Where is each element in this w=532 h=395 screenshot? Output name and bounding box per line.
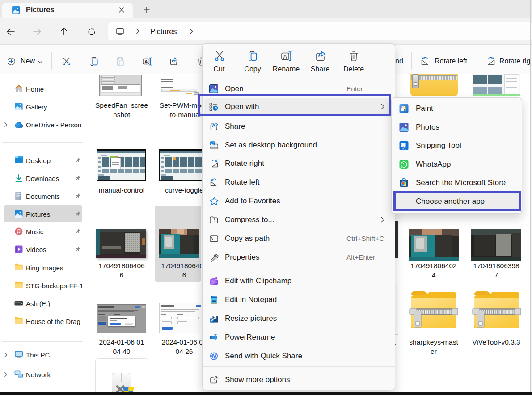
svg-text:A: A bbox=[283, 54, 287, 60]
svg-text:A: A bbox=[144, 59, 148, 64]
